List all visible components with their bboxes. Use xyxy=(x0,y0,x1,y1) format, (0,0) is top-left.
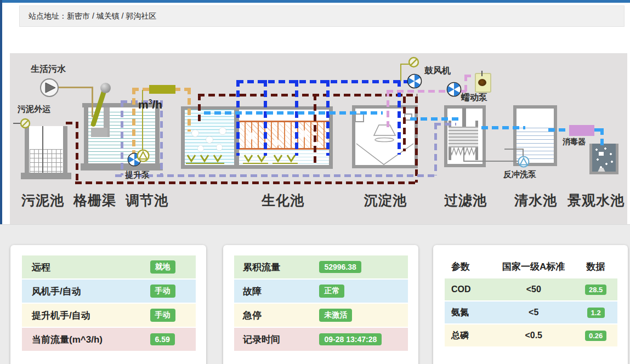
current-flow-badge: 6.59 xyxy=(150,333,175,345)
pipe-sludge-return xyxy=(76,122,78,183)
tank-label-bio: 生化池 xyxy=(261,191,305,209)
pipe-sludge-return xyxy=(66,122,78,124)
bubbles xyxy=(242,125,325,153)
sewage-line xyxy=(58,87,93,88)
pipe-backwash xyxy=(434,123,437,175)
sedimentation-internals xyxy=(352,105,418,168)
remote-mode-badge[interactable]: 就地 xyxy=(150,260,175,274)
row-label: 当前流量(m^3/h) xyxy=(22,333,150,346)
flow-unit-rest: /h xyxy=(152,98,162,111)
peristaltic-pump-label: 蠕动泵 xyxy=(461,92,487,104)
param-name: COD xyxy=(445,285,493,294)
fan-mode-badge[interactable]: 手动 xyxy=(150,285,175,298)
flow-unit-base: m xyxy=(138,98,149,111)
quality-header-row: 参数 国家一级A标准 数据 xyxy=(445,255,617,277)
row-label: 提升机手/自动 xyxy=(22,309,150,322)
param-name: 氨氮 xyxy=(445,307,493,318)
table-row: 提升机手/自动 手动 xyxy=(22,304,196,327)
tank-label-cleanwater: 清水池 xyxy=(514,191,558,209)
pipe-sludge-return xyxy=(314,94,316,164)
blower-fan-icon xyxy=(407,73,422,89)
pipe-water xyxy=(204,111,383,115)
lift-mode-badge[interactable]: 手动 xyxy=(150,309,175,322)
pipe-backwash xyxy=(160,100,163,175)
pipe-feed xyxy=(188,88,191,132)
status-panel-card: 累积流量 52996.38 故障 正常 急停 未激活 记录时间 09-28 13… xyxy=(223,245,418,364)
sewage-line xyxy=(92,87,93,117)
ammonia-value-badge: 1.2 xyxy=(587,308,605,318)
col-header-data: 数据 xyxy=(574,260,617,273)
peristaltic-pump-stem xyxy=(481,71,483,76)
backwash-pump-label: 反冲洗泵 xyxy=(503,169,536,180)
pipe-sludge-return xyxy=(198,94,201,123)
table-row: COD <50 28.5 xyxy=(445,278,617,300)
sludge-tank-grid xyxy=(30,149,63,173)
tank-label-sludge: 污泥池 xyxy=(21,191,65,209)
pipe-air xyxy=(236,80,240,156)
table-row: 远程 就地 xyxy=(22,255,196,278)
param-standard: <50 xyxy=(493,285,574,294)
tank-label-regulating: 调节池 xyxy=(125,191,169,209)
table-row: 风机手/自动 手动 xyxy=(22,280,196,303)
table-row: 急停 未激活 xyxy=(234,304,408,327)
backwash-plumbing xyxy=(463,161,520,162)
lift-valve-icon xyxy=(137,149,150,162)
disinfector-device xyxy=(569,125,594,136)
backwash-pump-icon xyxy=(518,156,530,168)
sewage-label: 生活污水 xyxy=(31,64,66,75)
phosphorus-value-badge: 0.26 xyxy=(585,331,606,341)
dosing-fan-icon xyxy=(446,82,462,97)
total-flow-badge: 52996.38 xyxy=(319,261,361,273)
peristaltic-pump-rotor xyxy=(478,79,486,86)
table-row: 总磷 <0.5 0.26 xyxy=(445,325,617,346)
pipe-water xyxy=(410,117,459,121)
backwash-plumbing xyxy=(463,147,464,162)
pipe-water xyxy=(548,128,569,132)
filter-media xyxy=(449,127,478,147)
pipe-sludge-return xyxy=(75,181,418,184)
table-row: 记录时间 09-28 13:47:28 xyxy=(234,328,408,351)
water-quality-card: 参数 国家一级A标准 数据 COD <50 28.5 氨氮 <5 1.2 总磷 … xyxy=(433,245,628,364)
process-flow-diagram: 生活污水 污泥外运 提升泵 m3/h 鼓风机 蠕动泵 反冲洗泵 消毒器 污泥池 … xyxy=(0,0,630,224)
landscape-pool-bubbles xyxy=(592,145,616,170)
pipe-dosing xyxy=(387,90,389,127)
pipe-backwash xyxy=(121,100,123,175)
pipe-air xyxy=(326,80,330,156)
pipe-backwash xyxy=(434,123,456,126)
cod-value-badge: 28.5 xyxy=(585,285,606,295)
tank-label-landscape: 景观水池 xyxy=(565,191,627,209)
table-row: 氨氮 <5 1.2 xyxy=(445,302,617,323)
bubbles xyxy=(188,123,232,156)
row-label: 记录时间 xyxy=(234,333,319,346)
diffuser-icons xyxy=(273,153,298,164)
param-standard: <0.5 xyxy=(493,331,574,340)
sludge-valve-icon xyxy=(20,118,31,129)
col-header-param: 参数 xyxy=(445,260,493,273)
tank-label-sedimentation: 沉淀池 xyxy=(364,191,407,209)
col-header-standard: 国家一级A标准 xyxy=(493,260,574,273)
sewage-pump-icon xyxy=(39,78,59,98)
sludge-tank-base xyxy=(21,173,71,179)
row-label: 累积流量 xyxy=(234,261,319,274)
table-row: 当前流量(m^3/h) 6.59 xyxy=(22,328,196,351)
control-panel-card: 远程 就地 风机手/自动 手动 提升机手/自动 手动 当前流量(m^3/h) 6… xyxy=(10,245,206,364)
estop-status-badge: 未激活 xyxy=(319,309,352,322)
tank-label-grit: 格栅渠 xyxy=(73,191,117,209)
bar-screen-box xyxy=(91,128,107,137)
pipe-sludge-return xyxy=(415,96,418,183)
record-time-badge: 09-28 13:47:28 xyxy=(319,333,382,345)
row-label: 远程 xyxy=(22,261,150,274)
pipe-sludge-return xyxy=(403,96,406,151)
fault-status-badge: 正常 xyxy=(319,285,344,298)
row-label: 急停 xyxy=(234,309,319,322)
table-row: 故障 正常 xyxy=(234,280,408,303)
backwash-plumbing xyxy=(504,149,524,150)
pipe-feed xyxy=(132,88,135,156)
filter-inlet-pipe xyxy=(462,107,466,128)
pipe-backwash xyxy=(115,174,436,177)
param-standard: <5 xyxy=(493,308,574,317)
param-name: 总磷 xyxy=(445,330,493,342)
pipe-sludge-return xyxy=(198,94,417,96)
disinfector-label: 消毒器 xyxy=(563,137,586,147)
blower-valve-icon xyxy=(408,56,419,68)
